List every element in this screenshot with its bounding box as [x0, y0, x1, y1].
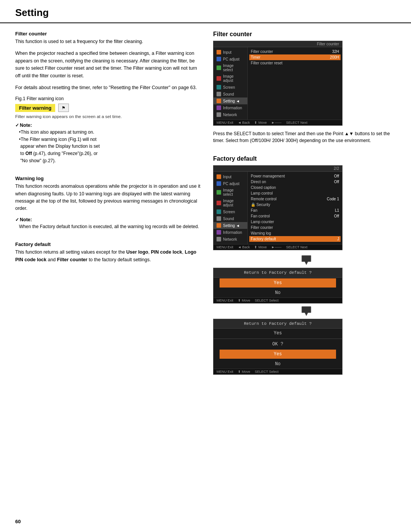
filter-counter-ui: Filter counter Input PC adjust	[213, 41, 342, 126]
menu-item-information: Information	[213, 104, 247, 111]
dialog1-yes[interactable]: Yes	[220, 278, 336, 288]
row-filter-counter: Filter counter 32H	[251, 49, 339, 54]
fd-row-security: 🔒 Security	[251, 202, 339, 208]
dialog1-title: Return to Factory default ?	[213, 268, 342, 278]
filter-counter-panel-title: Filter counter	[213, 31, 400, 38]
factory-default-body: This function returns all setting values…	[15, 249, 202, 264]
filter-counter-para2: When the projector reached a specified t…	[15, 50, 202, 80]
filter-counter-ui-footer: MENU Exit ◄ Back ⬆ Move ►------ SELECT N…	[213, 120, 342, 125]
filter-counter-para3: For details about resetting the timer, r…	[15, 84, 202, 91]
fd-menu-imageadjust: Image adjust	[213, 198, 247, 208]
filter-counter-panel-section: Filter counter Filter counter Input PC a…	[213, 31, 400, 144]
filter-note: Note: •This icon also appears at turning…	[15, 123, 202, 164]
dialog2-yes-selected[interactable]: Yes	[220, 350, 336, 359]
fd-menu-imageselect: Image select	[213, 187, 247, 198]
filter-warning-box: Filter warning ⚑	[15, 104, 202, 112]
fd-pcadjust-icon	[217, 181, 221, 186]
filter-note-body: •This icon also appears at turning on. •…	[15, 129, 202, 164]
page-number: 60	[15, 519, 21, 524]
filter-caption: Press the SELECT button to select Timer …	[213, 130, 400, 144]
filter-counter-ui-header: Filter counter	[213, 41, 342, 47]
dialog2-ok-label: OK ?	[213, 340, 342, 349]
dialog2-footer: MENU Exit ⬆ Move SELECT Select	[213, 369, 342, 374]
right-column: Filter counter Filter counter Input PC a…	[213, 31, 400, 377]
menu-item-pcadjust: PC adjust	[213, 56, 247, 62]
fd-row-direct: Direct on Off	[251, 179, 339, 185]
filter-warning-icon: ⚑	[58, 104, 69, 112]
filter-counter-title: Filter counter	[15, 31, 202, 37]
fd-row-lamp-control: Lamp control	[251, 190, 339, 196]
warning-log-section: Warning log This function records anomal…	[15, 176, 202, 230]
menu-item-network: Network	[213, 111, 247, 118]
factory-default-section: Factory default This function returns al…	[15, 241, 202, 264]
factory-default-title: Factory default	[15, 241, 202, 247]
fd-row-warning-log: Warning log	[251, 230, 339, 236]
screen-icon	[217, 85, 221, 89]
factory-default-menu-right: Power management Off Direct on Off Close…	[248, 172, 342, 244]
fd-row-factory-default: Factory default J	[249, 236, 341, 242]
network-icon	[217, 112, 221, 117]
dialog2-title: Return to Factory default ?	[213, 319, 342, 329]
fd-menu-pcadjust: PC adjust	[213, 180, 247, 187]
factory-default-ui-header: 2/2	[213, 166, 342, 172]
menu-item-sound: Sound	[213, 91, 247, 97]
fd-sound-icon	[217, 216, 221, 221]
svg-marker-1	[302, 307, 311, 316]
imageselect-icon	[217, 66, 221, 70]
filter-warning-label: Filter warning	[15, 104, 55, 112]
menu-item-setting-active: Setting ◄	[213, 97, 247, 104]
setting-icon	[217, 99, 221, 103]
menu-item-input: Input	[213, 49, 247, 56]
fig-label: Fig.1 Filter warning icon	[15, 96, 202, 101]
svg-marker-0	[302, 256, 311, 265]
fd-imageselect-icon	[217, 190, 221, 195]
fd-menu-setting-active: Setting ◄	[213, 222, 247, 229]
page-header: Setting	[0, 0, 411, 23]
menu-item-screen: Screen	[213, 84, 247, 91]
factory-menu-left: Input PC adjust Image select	[213, 172, 248, 244]
dialog1-no[interactable]: No	[213, 288, 342, 297]
fd-row-fan: Fan L1	[251, 208, 339, 213]
fd-menu-screen: Screen	[213, 208, 247, 215]
fd-row-closed-caption: Closed caption	[251, 185, 339, 190]
fd-row-filter-counter: Filter counter	[251, 225, 339, 230]
dialog2-yes-top: Yes	[213, 329, 342, 338]
row-timer: Timer 200H	[249, 54, 341, 60]
fd-row-remote: Remote control Code 1	[251, 196, 339, 202]
filter-counter-menu-right: Filter counter 32H Timer 200H Filter cou…	[248, 47, 342, 120]
filter-counter-section: Filter counter This function is used to …	[15, 31, 202, 164]
warning-log-note: Note: When the Factory default function …	[15, 217, 202, 230]
fd-information-icon	[217, 230, 221, 235]
page-title: Setting	[15, 7, 396, 19]
factory-default-panel-title: Factory default	[213, 155, 400, 162]
sound-icon	[217, 92, 221, 96]
pcadjust-icon	[217, 57, 221, 61]
factory-default-ui: 2/2 Input PC adjust	[213, 165, 342, 250]
warning-log-note-title: Note:	[15, 217, 202, 222]
menu-item-imageselect: Image select	[213, 62, 247, 73]
factory-default-panel-section: Factory default 2/2 Input PC adjust	[213, 155, 400, 375]
dialog2-separator	[213, 339, 342, 339]
fd-menu-input: Input	[213, 173, 247, 180]
fd-menu-information: Information	[213, 229, 247, 236]
fd-input-icon	[217, 174, 221, 179]
filter-counter-para1: This function is used to set a frequency…	[15, 38, 202, 45]
fd-screen-icon	[217, 209, 221, 214]
dialog2-no[interactable]: No	[213, 359, 342, 369]
dialog1-footer: MENU Exit ⬆ Move SELECT Select	[213, 297, 342, 303]
menu-item-imageadjust: Image adjust	[213, 73, 247, 84]
warning-log-body: This function records anomalous operatio…	[15, 183, 202, 212]
fd-row-fan-control: Fan control Off	[251, 213, 339, 219]
fd-row-power: Power management Off	[251, 173, 339, 179]
input-icon	[217, 50, 221, 54]
factory-default-ui-footer: MENU Exit ◄ Back ⬆ Move ►------ SELECT N…	[213, 244, 342, 250]
filter-warning-caption: Filter warning icon appears on the scree…	[15, 114, 202, 119]
arrow-down-2	[213, 306, 400, 316]
warning-log-title: Warning log	[15, 176, 202, 181]
fd-menu-sound: Sound	[213, 215, 247, 222]
row-filter-reset: Filter counter reset	[251, 60, 339, 66]
information-icon	[217, 105, 221, 110]
filter-counter-menu-left: Input PC adjust Image select	[213, 47, 248, 120]
imageadjust-icon	[217, 76, 221, 81]
fd-menu-network: Network	[213, 236, 247, 243]
